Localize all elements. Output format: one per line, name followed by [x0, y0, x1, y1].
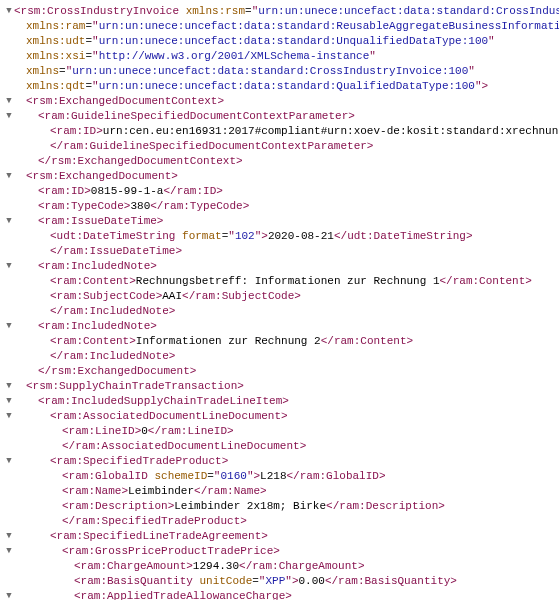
xml-attr-name: xmlns:udt: [26, 35, 85, 47]
expand-caret[interactable]: ▼: [4, 169, 14, 184]
xml-attr-value: urn:un:unece:uncefact:data:standard:Cros…: [258, 5, 559, 17]
xml-line: xmlns="urn:un:unece:uncefact:data:standa…: [4, 64, 555, 79]
xml-line: ▼<ram:AppliedTradeAllowanceCharge>: [4, 589, 555, 600]
expand-caret[interactable]: ▼: [4, 454, 14, 469]
xml-line: ▼<rsm:SupplyChainTradeTransaction>: [4, 379, 555, 394]
xml-element-name: ram:GrossPriceProductTradePrice: [69, 545, 274, 557]
xml-element-name: ram:IncludedNote: [63, 305, 169, 317]
xml-element-name: ram:SubjectCode: [57, 290, 156, 302]
xml-element-name: ram:SpecifiedLineTradeAgreement: [57, 530, 262, 542]
xml-element-name: ram:SubjectCode: [195, 290, 294, 302]
xml-element-name: rsm:SupplyChainTradeTransaction: [33, 380, 238, 392]
expand-caret[interactable]: ▼: [4, 544, 14, 559]
expand-caret[interactable]: ▼: [4, 589, 14, 600]
xml-line: <ram:ID>0815-99-1-a</ram:ID>: [4, 184, 555, 199]
xml-attr-value: urn:un:unece:uncefact:data:standard:Qual…: [99, 80, 475, 92]
xml-text-content: urn:cen.eu:en16931:2017#compliant#urn:xo…: [103, 125, 559, 137]
xml-line: ▼<rsm:ExchangedDocumentContext>: [4, 94, 555, 109]
xml-element-name: ram:TypeCode: [163, 200, 242, 212]
xml-attr-value: 0160: [220, 470, 246, 482]
xml-element-name: ram:AppliedTradeAllowanceCharge: [81, 590, 286, 600]
xml-element-name: ram:Description: [339, 500, 438, 512]
expand-caret[interactable]: ▼: [4, 109, 14, 124]
xml-line: </ram:AssociatedDocumentLineDocument>: [4, 439, 555, 454]
xml-line: </rsm:ExchangedDocument>: [4, 364, 555, 379]
xml-line: ▼<ram:IncludedNote>: [4, 319, 555, 334]
xml-line: ▼<rsm:CrossIndustryInvoice xmlns:rsm="ur…: [4, 4, 555, 19]
xml-element-name: ram:LineID: [161, 425, 227, 437]
xml-line: xmlns:xsi="http://www.w3.org/2001/XMLSch…: [4, 49, 555, 64]
xml-line: </rsm:ExchangedDocumentContext>: [4, 154, 555, 169]
xml-attr-value: http://www.w3.org/2001/XMLSchema-instanc…: [99, 50, 370, 62]
xml-line: <ram:Content>Informationen zur Rechnung …: [4, 334, 555, 349]
xml-text-content: Leimbinder: [128, 485, 194, 497]
xml-line: <ram:BasisQuantity unitCode="XPP">0.00</…: [4, 574, 555, 589]
expand-caret[interactable]: ▼: [4, 94, 14, 109]
xml-line: </ram:GuidelineSpecifiedDocumentContextP…: [4, 139, 555, 154]
expand-caret[interactable]: ▼: [4, 4, 14, 19]
xml-element-name: ram:ID: [45, 185, 85, 197]
xml-element-name: rsm:ExchangedDocument: [33, 170, 172, 182]
xml-element-name: ram:Content: [453, 275, 526, 287]
expand-caret[interactable]: ▼: [4, 259, 14, 274]
xml-line: <ram:Content>Rechnungsbetreff: Informati…: [4, 274, 555, 289]
xml-element-name: ram:ChargeAmount: [81, 560, 187, 572]
xml-text-content: AAI: [162, 290, 182, 302]
xml-tree-viewer: ▼<rsm:CrossIndustryInvoice xmlns:rsm="ur…: [4, 4, 555, 600]
xml-element-name: ram:IncludedNote: [45, 260, 151, 272]
xml-element-name: ram:TypeCode: [45, 200, 124, 212]
xml-element-name: ram:Name: [207, 485, 260, 497]
xml-element-name: ram:AssociatedDocumentLineDocument: [75, 440, 299, 452]
xml-line: xmlns:qdt="urn:un:unece:uncefact:data:st…: [4, 79, 555, 94]
xml-attr-name: schemeID: [154, 470, 207, 482]
xml-attr-name: xmlns: [26, 65, 59, 77]
xml-element-name: rsm:ExchangedDocumentContext: [33, 95, 218, 107]
xml-element-name: rsm:ExchangedDocument: [51, 365, 190, 377]
xml-line: ▼<rsm:ExchangedDocument>: [4, 169, 555, 184]
expand-caret[interactable]: ▼: [4, 409, 14, 424]
xml-line: <ram:ChargeAmount>1294.30</ram:ChargeAmo…: [4, 559, 555, 574]
xml-line: ▼<ram:SpecifiedLineTradeAgreement>: [4, 529, 555, 544]
expand-caret[interactable]: ▼: [4, 379, 14, 394]
expand-caret[interactable]: ▼: [4, 319, 14, 334]
xml-text-content: Rechnungsbetreff: Informationen zur Rech…: [136, 275, 440, 287]
xml-line: </ram:SpecifiedTradeProduct>: [4, 514, 555, 529]
xml-line: <ram:GlobalID schemeID="0160">L218</ram:…: [4, 469, 555, 484]
xml-element-name: ram:ChargeAmount: [252, 560, 358, 572]
xml-element-name: ram:Content: [57, 335, 130, 347]
xml-line: <ram:TypeCode>380</ram:TypeCode>: [4, 199, 555, 214]
xml-line: <ram:ID>urn:cen.eu:en16931:2017#complian…: [4, 124, 555, 139]
xml-attr-value: XPP: [265, 575, 285, 587]
expand-caret[interactable]: ▼: [4, 529, 14, 544]
xml-attr-name: xmlns:qdt: [26, 80, 85, 92]
xml-attr-value: urn:un:unece:uncefact:data:standard:Reus…: [99, 20, 559, 32]
xml-line: <ram:Name>Leimbinder</ram:Name>: [4, 484, 555, 499]
xml-element-name: udt:DateTimeString: [57, 230, 176, 242]
xml-element-name: ram:GuidelineSpecifiedDocumentContextPar…: [45, 110, 349, 122]
xml-element-name: ram:BasisQuantity: [338, 575, 450, 587]
xml-element-name: rsm:ExchangedDocumentContext: [51, 155, 236, 167]
xml-element-name: ram:IssueDateTime: [63, 245, 175, 257]
xml-line: <udt:DateTimeString format="102">2020-08…: [4, 229, 555, 244]
xml-line: </ram:IncludedNote>: [4, 349, 555, 364]
xml-element-name: ram:LineID: [69, 425, 135, 437]
xml-element-name: udt:DateTimeString: [347, 230, 466, 242]
xml-element-name: ram:Content: [57, 275, 130, 287]
xml-element-name: ram:Description: [69, 500, 168, 512]
xml-line: ▼<ram:GuidelineSpecifiedDocumentContextP…: [4, 109, 555, 124]
xml-attr-name: format: [182, 230, 222, 242]
xml-element-name: ram:IncludedNote: [63, 350, 169, 362]
expand-caret[interactable]: ▼: [4, 394, 14, 409]
xml-attr-name: xmlns:ram: [26, 20, 85, 32]
xml-line: <ram:LineID>0</ram:LineID>: [4, 424, 555, 439]
xml-line: xmlns:udt="urn:un:unece:uncefact:data:st…: [4, 34, 555, 49]
xml-attr-name: xmlns:xsi: [26, 50, 85, 62]
xml-line: </ram:IncludedNote>: [4, 304, 555, 319]
xml-line: ▼<ram:IncludedSupplyChainTradeLineItem>: [4, 394, 555, 409]
expand-caret[interactable]: ▼: [4, 214, 14, 229]
xml-line: ▼<ram:SpecifiedTradeProduct>: [4, 454, 555, 469]
xml-text-content: 0: [141, 425, 148, 437]
xml-element-name: ram:IncludedNote: [45, 320, 151, 332]
xml-element-name: ram:SpecifiedTradeProduct: [75, 515, 240, 527]
xml-text-content: 0815-99-1-a: [91, 185, 164, 197]
